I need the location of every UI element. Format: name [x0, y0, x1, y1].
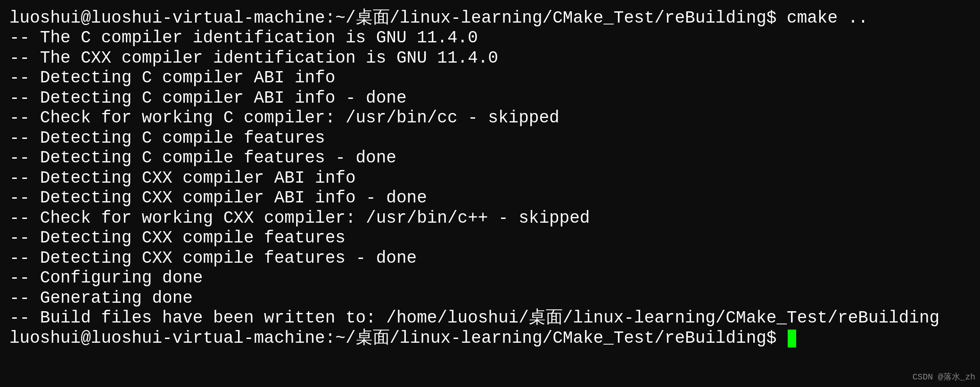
- terminal-line-6: -- Check for working C compiler: /usr/bi…: [9, 108, 971, 128]
- terminal-cursor: [788, 330, 796, 347]
- terminal-line-3: -- The CXX compiler identification is GN…: [9, 48, 971, 68]
- terminal-line-5: -- Detecting C compiler ABI info - done: [9, 89, 971, 108]
- terminal-line-2: -- The C compiler identification is GNU …: [9, 28, 971, 48]
- terminal-line-12: -- Detecting CXX compile features: [9, 228, 971, 248]
- terminal-line-11: -- Check for working CXX compiler: /usr/…: [9, 209, 971, 228]
- prompt-text: luoshui@luoshui-virtual-machine:~/桌面/lin…: [9, 329, 787, 348]
- terminal-line-1: luoshui@luoshui-virtual-machine:~/桌面/lin…: [9, 8, 971, 28]
- terminal-output: luoshui@luoshui-virtual-machine:~/桌面/lin…: [9, 8, 971, 348]
- watermark: CSDN @落水_zh: [913, 371, 975, 382]
- terminal-prompt-final[interactable]: luoshui@luoshui-virtual-machine:~/桌面/lin…: [9, 329, 971, 348]
- terminal-line-8: -- Detecting C compile features - done: [9, 148, 971, 168]
- terminal-line-15: -- Generating done: [9, 289, 971, 308]
- terminal-line-7: -- Detecting C compile features: [9, 129, 971, 148]
- terminal-line-16: -- Build files have been written to: /ho…: [9, 308, 971, 328]
- terminal-line-9: -- Detecting CXX compiler ABI info: [9, 169, 971, 188]
- terminal-line-10: -- Detecting CXX compiler ABI info - don…: [9, 188, 971, 208]
- terminal-line-4: -- Detecting C compiler ABI info: [9, 68, 971, 88]
- terminal-line-13: -- Detecting CXX compile features - done: [9, 249, 971, 268]
- terminal-line-14: -- Configuring done: [9, 268, 971, 288]
